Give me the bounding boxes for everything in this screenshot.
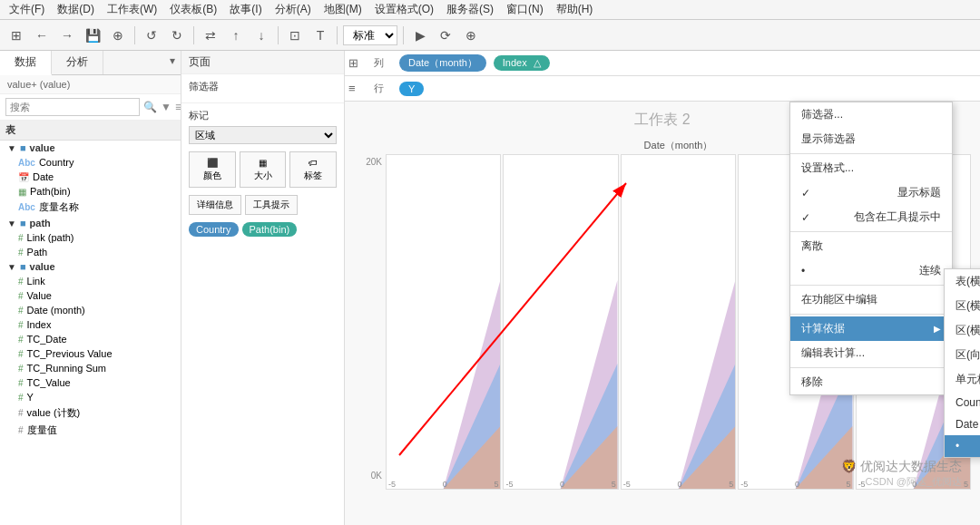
label-button[interactable]: T (309, 24, 331, 46)
y-label-20k: 20K (366, 157, 382, 167)
search-input[interactable] (5, 98, 140, 116)
swap-button[interactable]: ⇄ (200, 24, 221, 46)
col-pill-index[interactable]: Index △ (494, 55, 550, 71)
menu-help[interactable]: 帮助(H) (551, 1, 599, 18)
cm1-include-tooltip[interactable]: 包含在工具提示中 (790, 205, 952, 229)
tree-group-value[interactable]: ▼ ■ value (0, 141, 181, 155)
cm2-pathbin[interactable]: • Path(bin) (945, 435, 980, 457)
menu-dashboard[interactable]: 仪表板(B) (164, 1, 222, 18)
pill-country[interactable]: Country (189, 222, 239, 237)
col-pill-date[interactable]: Date（month） (399, 54, 486, 72)
menu-analysis[interactable]: 分析(A) (270, 1, 317, 18)
expand-icon-v2: ▼ (7, 262, 16, 272)
watermark-line1: 🦁 优阅达大数据生态 (841, 459, 962, 475)
sort-desc-button[interactable]: ↓ (250, 24, 272, 46)
cm1-filter[interactable]: 筛选器... (790, 102, 952, 127)
color-button[interactable]: ⬛ 颜色 (189, 151, 236, 188)
tree-item-country[interactable]: Abc Country (0, 155, 181, 170)
tree-item-index[interactable]: # Index (0, 317, 181, 332)
cm2-country[interactable]: Country (945, 392, 980, 413)
cm1-compute-using[interactable]: 计算依据 ▶ (790, 316, 952, 341)
cm1-edit-table-calc[interactable]: 编辑表计算... (790, 341, 952, 365)
cm2-pane-across[interactable]: 区(横穿) (945, 294, 980, 318)
sort-asc-button[interactable]: ↑ (225, 24, 247, 46)
row-pill-y[interactable]: Y (399, 82, 424, 96)
item-date-month-label: Date (month) (27, 305, 85, 316)
cm1-edit-in-shelf[interactable]: 在功能区中编辑 (790, 287, 952, 312)
hash-y: # (18, 393, 24, 403)
undo-button[interactable]: ↺ (141, 24, 162, 46)
cm1-remove[interactable]: 移除 (790, 370, 952, 394)
cm1-discrete[interactable]: 离散 (790, 234, 952, 258)
y-label-0k: 0K (371, 471, 382, 481)
menu-server[interactable]: 服务器(S) (441, 1, 499, 18)
item-date-label: Date (33, 171, 54, 182)
forward-button[interactable]: → (56, 24, 78, 46)
tree-item-tcdate[interactable]: # TC_Date (0, 332, 181, 346)
menu-window[interactable]: 窗口(N) (501, 1, 549, 18)
cm1-show-title[interactable]: 显示标题 (790, 180, 952, 205)
menu-format[interactable]: 设置格式(O) (369, 1, 439, 18)
tree-item-date[interactable]: 📅 Date (0, 170, 181, 184)
tree-item-value-count[interactable]: # value (计数) (0, 404, 181, 422)
cm2-date-month[interactable]: Date (month) (945, 413, 980, 435)
tree-item-link[interactable]: # Link (0, 274, 181, 288)
hash-tcrunsum: # (18, 364, 24, 374)
tab-analysis[interactable]: 分析 (52, 51, 103, 74)
cm2-pane-across-down[interactable]: 区(横穿，然后向下) (945, 318, 980, 343)
new-button[interactable]: ⊞ (5, 24, 27, 46)
tree-item-tcprev[interactable]: # TC_Previous Value (0, 346, 181, 361)
label-icon: 🏷 (309, 158, 318, 168)
chart-panel-3: -505 Index (621, 154, 736, 490)
fit-button[interactable]: ⊡ (284, 24, 306, 46)
tree-item-measure[interactable]: # 度量值 (0, 422, 181, 439)
tree-item-tcrunsum[interactable]: # TC_Running Sum (0, 361, 181, 375)
back-button[interactable]: ← (31, 24, 53, 46)
tree-item-path[interactable]: # Path (0, 245, 181, 259)
item-measure-label: 度量值 (27, 423, 57, 437)
add-datasource-button[interactable]: ⊕ (107, 24, 129, 46)
more-icon[interactable]: ≡ (175, 101, 181, 113)
cm1-show-filter[interactable]: 显示筛选器 (790, 127, 952, 151)
menu-story[interactable]: 故事(I) (224, 1, 267, 18)
menu-map[interactable]: 地图(M) (318, 1, 368, 18)
tree-item-tcvalue[interactable]: # TC_Value (0, 375, 181, 390)
present-button[interactable]: ▶ (409, 24, 431, 46)
menu-file[interactable]: 文件(F) (4, 1, 50, 18)
fit-dropdown[interactable]: 标准 (343, 25, 397, 45)
pill-pathbin[interactable]: Path(bin) (242, 222, 298, 237)
mark-type-select[interactable]: 区域 (189, 126, 337, 144)
cm1-continuous[interactable]: 连续 (790, 258, 952, 283)
tree-group-path[interactable]: ▼ ■ path (0, 216, 181, 230)
size-button[interactable]: ▦ 大小 (240, 151, 287, 188)
label-mark-button[interactable]: 🏷 标签 (289, 151, 337, 188)
cm2-table-across[interactable]: 表(横穿) (945, 269, 980, 294)
hash-value: # (18, 291, 24, 301)
sep4 (337, 26, 338, 44)
save-button[interactable]: 💾 (82, 24, 103, 46)
pin-icon[interactable]: ▾ (164, 51, 181, 74)
tree-item-pathbin[interactable]: ▦ Path(bin) (0, 184, 181, 199)
detail-button[interactable]: 详细信息 (189, 195, 241, 215)
tree-group-value2[interactable]: ▼ ■ value (0, 259, 181, 274)
item-path-label: Path (27, 247, 48, 258)
filter-icon[interactable]: ▼ (161, 101, 172, 113)
menu-worksheet[interactable]: 工作表(W) (102, 1, 162, 18)
tooltip-button[interactable]: 工具提示 (245, 195, 298, 215)
menu-data[interactable]: 数据(D) (52, 1, 100, 18)
tree-item-measname[interactable]: Abc 度量名称 (0, 199, 181, 216)
tree-item-date-month[interactable]: # Date (month) (0, 303, 181, 317)
share2-button[interactable]: ⊕ (460, 24, 482, 46)
cols-shelf: ⊞ 列 Date（month） Index △ (345, 51, 980, 76)
tree-item-link-path[interactable]: # Link (path) (0, 230, 181, 245)
hash-link: # (18, 277, 24, 287)
tree-item-value[interactable]: # Value (0, 288, 181, 303)
tab-data[interactable]: 数据 (0, 51, 52, 75)
cm2-cell[interactable]: 单元格 (945, 367, 980, 392)
cm1-format[interactable]: 设置格式... (790, 156, 952, 180)
cm2-pane-down-across[interactable]: 区(向下，然后横穿) (945, 343, 980, 367)
redo-button[interactable]: ↻ (166, 24, 188, 46)
tree-item-y[interactable]: # Y (0, 390, 181, 404)
x-axis-1: -505 (387, 480, 500, 489)
share-button[interactable]: ⟳ (435, 24, 456, 46)
